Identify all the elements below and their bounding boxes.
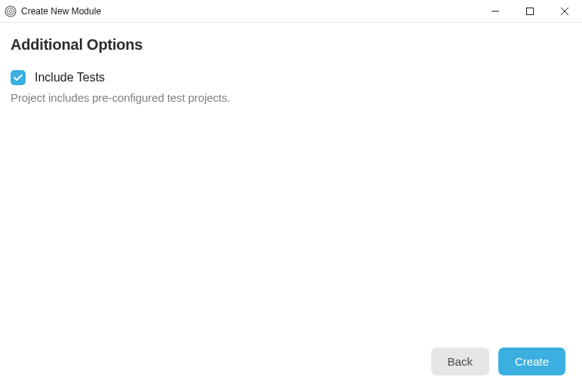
back-button[interactable]: Back bbox=[431, 348, 489, 375]
include-tests-checkbox[interactable] bbox=[11, 70, 26, 85]
window-title: Create New Module bbox=[21, 6, 101, 17]
close-button[interactable] bbox=[547, 0, 582, 23]
maximize-button[interactable] bbox=[513, 0, 547, 23]
content-area: Additional Options Include Tests Project… bbox=[0, 23, 582, 118]
include-tests-option: Include Tests bbox=[11, 70, 571, 85]
include-tests-description: Project includes pre-configured test pro… bbox=[11, 91, 571, 104]
svg-rect-4 bbox=[527, 8, 534, 14]
create-button[interactable]: Create bbox=[498, 348, 565, 375]
dialog-footer: Back Create bbox=[431, 348, 565, 375]
svg-point-1 bbox=[8, 8, 14, 14]
checkmark-icon bbox=[14, 74, 23, 81]
svg-point-2 bbox=[9, 10, 12, 13]
include-tests-label: Include Tests bbox=[35, 71, 105, 84]
app-icon bbox=[5, 5, 17, 17]
titlebar-left: Create New Module bbox=[5, 5, 101, 17]
titlebar: Create New Module bbox=[0, 0, 582, 23]
page-title: Additional Options bbox=[11, 36, 571, 54]
minimize-button[interactable] bbox=[478, 0, 513, 23]
window-controls bbox=[478, 0, 582, 22]
